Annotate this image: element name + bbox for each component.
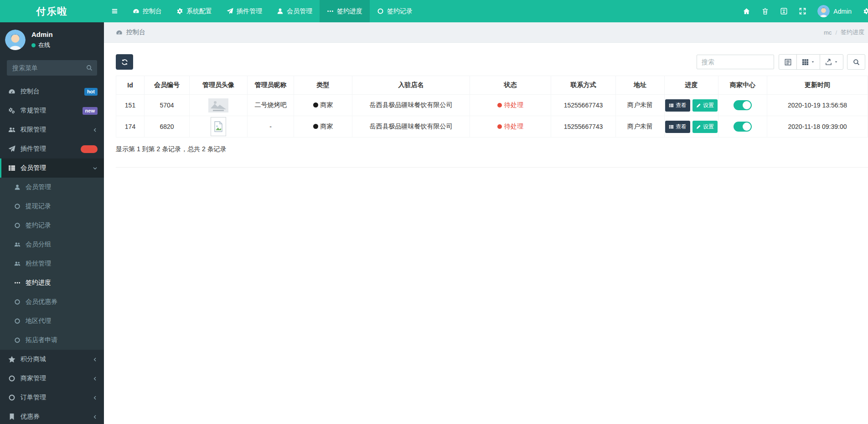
nav-tab-plugin-management[interactable]: 插件管理: [219, 0, 269, 22]
breadcrumb-section: 控制台: [126, 28, 145, 36]
set-button[interactable]: 设置: [692, 99, 718, 112]
pencil-icon: [696, 124, 701, 129]
circle-icon: [377, 8, 384, 15]
username: Admin: [833, 8, 852, 15]
nav-tab-system-config[interactable]: 系统配置: [169, 0, 219, 22]
broken-image-icon: [211, 117, 226, 136]
sidebar-item-label: 插件管理: [21, 145, 46, 153]
view-button[interactable]: 查看: [665, 99, 690, 112]
sidebar-subitem-regional-agents[interactable]: 地区代理: [0, 312, 104, 331]
sidebar-item-points-mall[interactable]: 积分商城: [0, 350, 104, 369]
table-view-buttons: [779, 54, 843, 70]
caret-down-icon: [811, 60, 815, 64]
nav-tab-signing-records[interactable]: 签约记录: [370, 0, 420, 22]
sidebar-item-permission-management[interactable]: 权限管理: [0, 120, 104, 139]
ellipsis-icon: [14, 280, 21, 286]
fullscreen-button[interactable]: [793, 0, 812, 22]
circle-icon: [14, 222, 21, 229]
sidebar-toggle-button[interactable]: [104, 0, 125, 22]
toggle-knob: [743, 123, 751, 131]
cell-updated-at: 2020-11-18 09:39:00: [767, 116, 868, 138]
signing-progress-table: Id 会员编号 管理员头像 管理员昵称 类型 入驻店名 状态 联系方式 地址 进…: [116, 76, 868, 138]
nav-tab-label: 签约记录: [387, 7, 413, 15]
pencil-icon: [696, 103, 701, 108]
table-search-input[interactable]: [697, 55, 774, 69]
cell-admin-avatar: [190, 116, 248, 138]
table-header-row: Id 会员编号 管理员头像 管理员昵称 类型 入驻店名 状态 联系方式 地址 进…: [116, 76, 868, 95]
cell-status: 待处理: [470, 116, 551, 138]
dashboard-icon: [133, 8, 140, 15]
sidebar-item-merchant-management[interactable]: 商家管理: [0, 369, 104, 388]
sidebar-item-member-management[interactable]: 会员管理: [0, 158, 104, 178]
sidebar-subitem-store-expansion-applications[interactable]: 拓店者申请: [0, 331, 104, 350]
set-button[interactable]: 设置: [692, 121, 718, 133]
refresh-button[interactable]: [116, 54, 133, 70]
ellipsis-icon: [327, 8, 334, 15]
nav-tab-member-management[interactable]: 会员管理: [269, 0, 320, 22]
circle-icon: [14, 299, 21, 305]
status-label: 待处理: [504, 123, 523, 130]
sidebar-item-order-management[interactable]: 订单管理: [0, 388, 104, 407]
clear-cache-button[interactable]: [756, 0, 775, 22]
columns-dropdown-button[interactable]: [796, 54, 820, 70]
breadcrumb-trail-item: mc: [824, 29, 832, 36]
sidebar-item-plugin-management[interactable]: 插件管理 new: [0, 139, 104, 158]
star-icon: [8, 356, 16, 363]
column-header-contact: 联系方式: [551, 76, 616, 95]
sidebar-subitem-withdrawal-records[interactable]: 提现记录: [0, 197, 104, 216]
sidebar-subitem-member-groups[interactable]: 会员分组: [0, 235, 104, 254]
sidebar-subitem-fans-management[interactable]: 粉丝管理: [0, 254, 104, 273]
brand-logo[interactable]: 付乐啦: [0, 0, 104, 22]
breadcrumb[interactable]: 控制台: [116, 28, 145, 36]
circle-icon: [8, 375, 16, 382]
sidebar-user-panel: Admin 在线: [0, 22, 104, 56]
top-nav-menu: 控制台 系统配置 插件管理 会员管理 签约进度 签约记录: [104, 0, 420, 22]
cell-merchant-center: [718, 116, 767, 138]
sidebar-item-coupons[interactable]: 优惠券: [0, 407, 104, 424]
cell-store-name: 岳西县极品疆味餐饮有限公司: [352, 116, 470, 138]
sidebar-subitem-label: 拓店者申请: [26, 336, 57, 344]
cell-member-no: 6820: [145, 116, 190, 138]
view-button[interactable]: 查看: [665, 121, 690, 133]
breadcrumb-trail: mc / 签约进度: [824, 28, 864, 36]
column-header-merchant-center: 商家中心: [718, 76, 767, 95]
merchant-center-toggle[interactable]: [734, 100, 752, 110]
home-button[interactable]: [737, 0, 756, 22]
sidebar-item-general-management[interactable]: 常规管理 new: [0, 101, 104, 120]
search-toggle-button[interactable]: [847, 54, 865, 70]
cell-id: 174: [116, 116, 145, 138]
sidebar-subitem-member-coupons[interactable]: 会员优惠券: [0, 292, 104, 312]
sidebar: Admin 在线 控制台 hot 常规管理 new 权限管理 插件管理 new: [0, 22, 104, 424]
module-market-button[interactable]: [775, 0, 793, 22]
columns-grid-icon: [802, 59, 809, 66]
user-menu[interactable]: Admin: [812, 5, 857, 17]
cell-admin-avatar: [190, 95, 248, 116]
cell-admin-nickname: -: [248, 116, 294, 138]
cell-contact: 15255667743: [551, 116, 616, 138]
menu-search-input[interactable]: [7, 60, 97, 76]
status-dot: [497, 103, 502, 107]
settings-button[interactable]: [857, 0, 868, 22]
nav-tab-dashboard[interactable]: 控制台: [125, 0, 169, 22]
export-dropdown-button[interactable]: [820, 54, 843, 70]
sidebar-subitem-member-management[interactable]: 会员管理: [0, 178, 104, 197]
search-icon[interactable]: [86, 65, 93, 71]
toggle-knob: [743, 101, 751, 109]
nav-tab-label: 控制台: [143, 7, 162, 15]
sidebar-item-dashboard[interactable]: 控制台 hot: [0, 82, 104, 101]
gear-icon: [863, 8, 868, 15]
merchant-center-toggle[interactable]: [734, 122, 752, 132]
paper-plane-icon: [227, 8, 233, 15]
nav-tab-signing-progress[interactable]: 签约进度: [320, 0, 370, 22]
sidebar-item-label: 优惠券: [21, 413, 40, 421]
sidebar-subitem-label: 提现记录: [26, 202, 51, 210]
column-header-admin-nickname: 管理员昵称: [248, 76, 294, 95]
column-header-admin-avatar: 管理员头像: [190, 76, 248, 95]
paging-toggle-button[interactable]: [779, 54, 797, 70]
sidebar-item-label: 权限管理: [21, 126, 46, 134]
sidebar-subitem-signing-progress[interactable]: 签约进度: [0, 273, 104, 292]
sidebar-subitem-label: 签约记录: [26, 221, 51, 230]
table-toolbar: [116, 54, 868, 70]
sidebar-subitem-signing-records[interactable]: 签约记录: [0, 216, 104, 235]
column-header-member-no: 会员编号: [145, 76, 190, 95]
